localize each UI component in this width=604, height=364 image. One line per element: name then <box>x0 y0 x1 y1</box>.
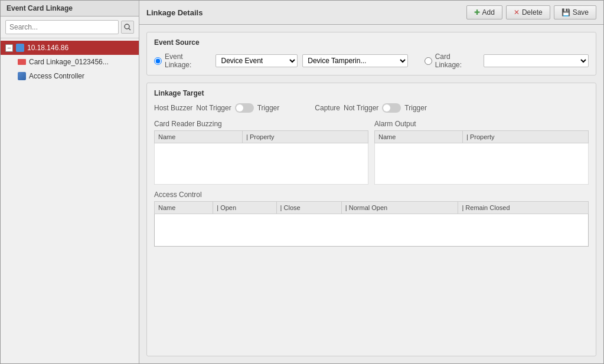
linkage-details-title: Linkage Details <box>146 8 203 17</box>
tree-root-label: 10.18.146.86 <box>27 44 68 52</box>
tables-row: Card Reader Buzzing Name | Property <box>154 120 589 185</box>
linkage-target-section: Linkage Target Host Buzzer Not Trigger T… <box>146 83 596 356</box>
tree-child-2[interactable]: Access Controller <box>1 69 139 83</box>
alarm-output-empty-row <box>375 143 589 185</box>
card-reader-buzzing-empty-cell <box>155 143 368 185</box>
tree-root-node[interactable]: − 10.18.146.86 <box>1 41 139 55</box>
capture-group: Capture Not Trigger Trigger <box>315 103 427 113</box>
card-linkage-radio-label[interactable]: Card Linkage: <box>425 53 479 69</box>
alarm-output-title: Alarm Output <box>374 120 589 128</box>
alarm-output-table: Name | Property <box>374 130 589 185</box>
card-reader-buzzing-thead: Name | Property <box>155 131 368 143</box>
save-icon: 💾 <box>561 8 570 17</box>
right-header: Linkage Details ✚ Add ✕ Delete 💾 Save <box>139 1 603 25</box>
alarm-output-group: Alarm Output Name | Property <box>374 120 589 185</box>
host-buzzer-toggle[interactable] <box>235 103 254 113</box>
left-panel-title: Event Card Linkage <box>1 1 139 17</box>
capture-not-trigger-label: Not Trigger <box>344 104 378 112</box>
host-buzzer-label: Host Buzzer <box>154 104 192 112</box>
access-control-table: Name | Open | Close | Normal Open | Rema… <box>154 201 589 247</box>
access-control-header-row: Name | Open | Close | Normal Open | Rema… <box>155 202 589 214</box>
capture-trigger-label: Trigger <box>404 104 427 112</box>
content-area: Event Source Event Linkage: Device Event… <box>139 25 603 363</box>
linkage-target-title: Linkage Target <box>154 89 589 97</box>
svg-point-0 <box>125 24 129 29</box>
search-button[interactable] <box>121 21 134 34</box>
capture-label: Capture <box>315 104 340 112</box>
host-buzzer-trigger-label: Trigger <box>257 104 280 112</box>
delete-button[interactable]: ✕ Delete <box>506 5 550 19</box>
save-label: Save <box>573 8 589 17</box>
main-container: Event Card Linkage − 10.18.146.86 <box>0 0 604 364</box>
event-linkage-label: Event Linkage: <box>165 53 211 69</box>
access-control-thead: Name | Open | Close | Normal Open | Rema… <box>155 202 589 214</box>
access-control-empty-row <box>155 214 589 247</box>
card-reader-buzzing-empty-row <box>155 143 368 185</box>
tree-container: − 10.18.146.86 Card Linkage_0123456... A… <box>1 38 139 363</box>
action-buttons: ✚ Add ✕ Delete 💾 Save <box>466 5 596 19</box>
event-type-dropdown-1[interactable]: Device Event <box>216 54 298 67</box>
trigger-row: Host Buzzer Not Trigger Trigger Capture … <box>154 103 589 113</box>
collapse-icon[interactable]: − <box>5 44 13 52</box>
access-control-group: Access Control Name | Open | Close | Nor… <box>154 191 589 247</box>
access-control-col-remain-closed: | Remain Closed <box>458 202 589 214</box>
access-control-col-normal-open: | Normal Open <box>341 202 458 214</box>
access-controller-icon <box>17 71 27 81</box>
tree-child-2-label: Access Controller <box>29 72 84 80</box>
search-bar <box>1 17 139 38</box>
add-icon: ✚ <box>474 8 480 17</box>
capture-toggle[interactable] <box>382 103 401 113</box>
add-button[interactable]: ✚ Add <box>466 5 502 19</box>
alarm-output-empty-cell <box>375 143 589 185</box>
access-control-title: Access Control <box>154 191 589 199</box>
right-panel: Linkage Details ✚ Add ✕ Delete 💾 Save <box>139 1 603 363</box>
access-control-empty-cell <box>155 214 589 247</box>
card-linkage-label: Card Linkage: <box>435 53 479 69</box>
event-linkage-radio-label[interactable]: Event Linkage: <box>154 53 211 69</box>
alarm-output-col-name: Name <box>375 131 463 143</box>
add-label: Add <box>482 8 495 17</box>
svg-line-1 <box>129 28 130 30</box>
card-icon <box>17 57 27 67</box>
card-reader-buzzing-col-name: Name <box>155 131 243 143</box>
alarm-output-col-property: | Property <box>463 131 589 143</box>
card-linkage-radio[interactable] <box>425 57 432 65</box>
tree-child-1-label: Card Linkage_0123456... <box>29 58 109 66</box>
card-reader-buzzing-group: Card Reader Buzzing Name | Property <box>154 120 368 185</box>
access-control-col-name: Name <box>155 202 213 214</box>
left-panel: Event Card Linkage − 10.18.146.86 <box>1 1 139 363</box>
event-type-dropdown-2[interactable]: Device Tamperin... <box>302 54 407 67</box>
access-control-col-open: | Open <box>213 202 276 214</box>
event-source-section: Event Source Event Linkage: Device Event… <box>146 32 596 76</box>
save-button[interactable]: 💾 Save <box>554 5 596 19</box>
delete-icon: ✕ <box>514 8 520 17</box>
search-input[interactable] <box>5 20 119 34</box>
access-control-tbody <box>155 214 589 247</box>
card-reader-buzzing-table: Name | Property <box>154 130 368 185</box>
event-source-row: Event Linkage: Device Event Device Tampe… <box>154 53 589 69</box>
alarm-output-header-row: Name | Property <box>375 131 589 143</box>
network-icon <box>15 43 25 53</box>
search-icon <box>124 24 131 31</box>
alarm-output-tbody <box>375 143 589 185</box>
access-control-col-close: | Close <box>276 202 341 214</box>
tree-child-1[interactable]: Card Linkage_0123456... <box>1 55 139 69</box>
host-buzzer-not-trigger-label: Not Trigger <box>196 104 231 112</box>
card-reader-buzzing-header-row: Name | Property <box>155 131 368 143</box>
event-source-title: Event Source <box>154 38 589 47</box>
card-reader-buzzing-tbody <box>155 143 368 185</box>
card-reader-buzzing-title: Card Reader Buzzing <box>154 120 368 128</box>
card-reader-buzzing-col-property: | Property <box>243 131 368 143</box>
delete-label: Delete <box>522 8 543 17</box>
card-linkage-dropdown[interactable] <box>484 54 589 67</box>
host-buzzer-group: Host Buzzer Not Trigger Trigger <box>154 103 279 113</box>
event-linkage-radio[interactable] <box>154 57 162 65</box>
alarm-output-thead: Name | Property <box>375 131 589 143</box>
